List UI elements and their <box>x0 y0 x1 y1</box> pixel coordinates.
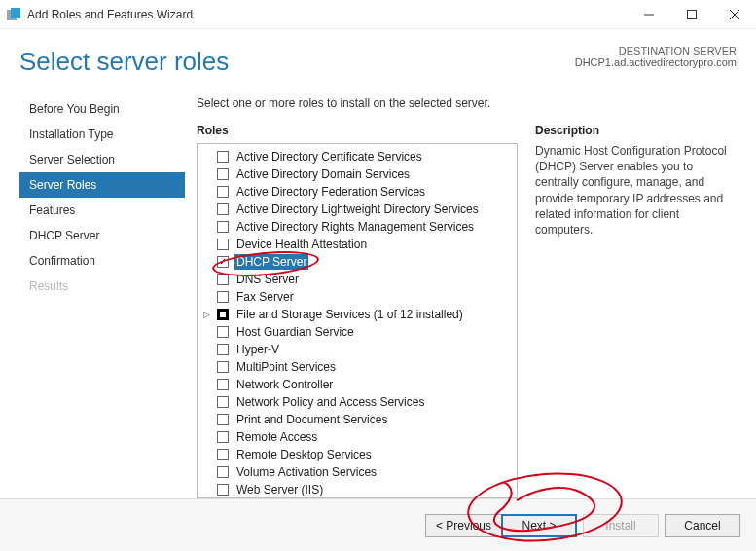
page-title: Select server roles <box>19 47 229 77</box>
role-item[interactable]: Active Directory Lightweight Directory S… <box>199 201 515 218</box>
svg-rect-1 <box>11 8 20 18</box>
role-item[interactable]: MultiPoint Services <box>199 358 515 376</box>
role-item[interactable]: Device Health Attestation <box>199 236 515 253</box>
previous-button[interactable]: < Previous <box>425 514 501 537</box>
role-checkbox[interactable] <box>217 239 229 250</box>
role-label: File and Storage Services (1 of 12 insta… <box>234 307 465 322</box>
cancel-button[interactable]: Cancel <box>665 514 740 537</box>
role-label: Device Health Attestation <box>234 237 369 252</box>
wizard-step: Results <box>19 274 185 299</box>
wizard-step[interactable]: Features <box>19 198 185 223</box>
role-item[interactable]: Active Directory Federation Services <box>199 183 515 201</box>
role-item[interactable]: Web Server (IIS) <box>199 481 515 498</box>
roles-listbox[interactable]: Active Directory Certificate ServicesAct… <box>197 143 518 498</box>
role-label: DNS Server <box>234 272 301 287</box>
install-button[interactable]: Install <box>583 514 659 537</box>
role-label: DHCP Server <box>234 254 308 270</box>
wizard-footer: < Previous Next > Install Cancel <box>0 498 756 551</box>
nav-button-group: < Previous Next > <box>425 514 577 537</box>
role-item[interactable]: Hyper-V <box>199 341 515 358</box>
roles-label: Roles <box>197 124 518 137</box>
role-item[interactable]: Active Directory Certificate Services <box>199 148 515 165</box>
role-item[interactable]: DHCP Server <box>199 253 515 271</box>
maximize-button[interactable] <box>670 0 713 29</box>
wizard-step[interactable]: Server Roles <box>19 172 185 198</box>
title-bar: Add Roles and Features Wizard <box>0 0 756 29</box>
role-checkbox[interactable] <box>217 466 229 478</box>
wizard-step[interactable]: Installation Type <box>19 122 185 147</box>
wizard-steps: Before You BeginInstallation TypeServer … <box>19 92 185 498</box>
description-text: Dynamic Host Configuration Protocol (DHC… <box>535 143 737 238</box>
role-item[interactable]: Volume Activation Services <box>199 463 515 481</box>
role-checkbox[interactable] <box>217 309 229 320</box>
role-checkbox[interactable] <box>217 203 229 215</box>
destination-server-block: DESTINATION SERVER DHCP1.ad.activedirect… <box>575 45 737 68</box>
role-label: Active Directory Certificate Services <box>234 149 424 165</box>
role-label: Remote Desktop Services <box>234 447 374 462</box>
role-label: Active Directory Domain Services <box>234 166 412 182</box>
window-controls <box>628 0 756 29</box>
role-checkbox[interactable] <box>217 431 229 443</box>
role-checkbox[interactable] <box>217 414 229 425</box>
role-label: Network Controller <box>234 377 335 392</box>
svg-rect-3 <box>688 10 697 18</box>
role-checkbox[interactable] <box>217 151 229 163</box>
role-label: Fax Server <box>234 289 296 305</box>
app-icon <box>6 7 21 22</box>
role-checkbox[interactable] <box>217 168 229 180</box>
role-item[interactable]: Host Guardian Service <box>199 323 515 341</box>
role-label: Remote Access <box>234 429 319 445</box>
role-label: Volume Activation Services <box>234 464 378 480</box>
role-checkbox[interactable] <box>217 379 229 390</box>
role-item[interactable]: Network Policy and Access Services <box>199 393 515 411</box>
destination-server-label: DESTINATION SERVER <box>575 45 737 56</box>
role-label: Active Directory Lightweight Directory S… <box>234 202 481 217</box>
next-button[interactable]: Next > <box>501 514 577 537</box>
close-button[interactable] <box>713 0 756 29</box>
wizard-step[interactable]: Server Selection <box>19 147 185 172</box>
window-title: Add Roles and Features Wizard <box>27 8 628 21</box>
destination-server-value: DHCP1.ad.activedirectorypro.com <box>575 56 737 68</box>
minimize-button[interactable] <box>628 0 670 29</box>
role-item[interactable]: Active Directory Rights Management Servi… <box>199 218 515 236</box>
wizard-step[interactable]: Confirmation <box>19 248 185 274</box>
role-checkbox[interactable] <box>217 449 229 460</box>
wizard-step[interactable]: Before You Begin <box>19 96 185 122</box>
role-checkbox[interactable] <box>217 361 229 373</box>
wizard-step[interactable]: DHCP Server <box>19 223 185 248</box>
role-item[interactable]: Print and Document Services <box>199 411 515 428</box>
role-checkbox[interactable] <box>217 484 229 496</box>
role-label: Network Policy and Access Services <box>234 394 426 410</box>
role-checkbox[interactable] <box>217 221 229 233</box>
role-item[interactable]: Network Controller <box>199 376 515 393</box>
role-checkbox[interactable] <box>217 256 229 268</box>
role-checkbox[interactable] <box>217 396 229 408</box>
description-label: Description <box>535 124 737 137</box>
role-label: Print and Document Services <box>234 412 389 427</box>
expand-icon[interactable]: ▷ <box>203 307 210 322</box>
role-item[interactable]: DNS Server <box>199 271 515 288</box>
content-area: Select server roles DESTINATION SERVER D… <box>0 29 756 498</box>
role-checkbox[interactable] <box>217 274 229 285</box>
role-label: Active Directory Federation Services <box>234 184 427 200</box>
role-item[interactable]: Remote Access <box>199 428 515 446</box>
role-label: Web Server (IIS) <box>234 482 325 497</box>
instruction-text: Select one or more roles to install on t… <box>197 96 737 110</box>
role-checkbox[interactable] <box>217 186 229 198</box>
role-item[interactable]: Remote Desktop Services <box>199 446 515 463</box>
role-label: Hyper-V <box>234 342 281 357</box>
role-item[interactable]: Active Directory Domain Services <box>199 165 515 183</box>
role-checkbox[interactable] <box>217 326 229 338</box>
role-label: Active Directory Rights Management Servi… <box>234 219 476 235</box>
role-item[interactable]: ▷File and Storage Services (1 of 12 inst… <box>199 306 515 323</box>
role-label: Host Guardian Service <box>234 324 356 340</box>
role-checkbox[interactable] <box>217 344 229 355</box>
role-checkbox[interactable] <box>217 291 229 303</box>
role-item[interactable]: Fax Server <box>199 288 515 306</box>
role-label: MultiPoint Services <box>234 359 338 375</box>
